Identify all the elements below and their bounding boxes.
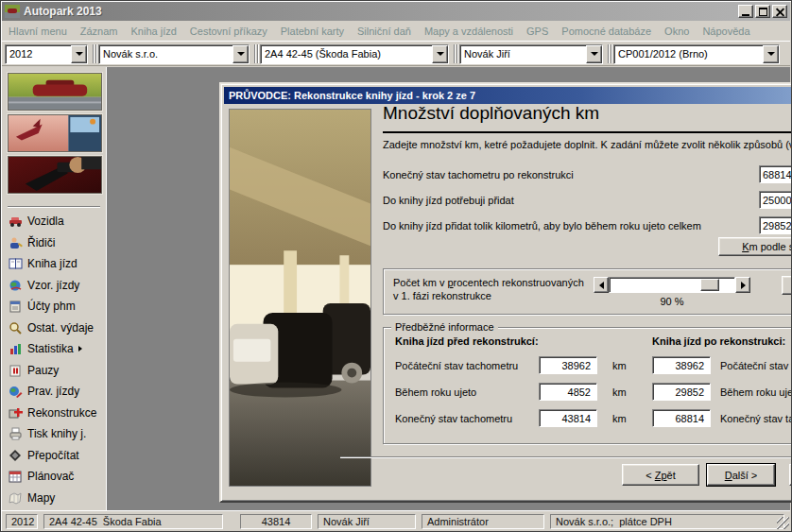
toolbar-separator [93,44,95,63]
after-header: Kniha jízd po rekonstrukci: [652,335,785,347]
km-to-add-input[interactable] [759,191,792,209]
scroll-left-button[interactable] [594,277,609,293]
sidebar-item-label: Kniha jízd [27,257,77,270]
travel-order-combo-value: CP001/2012 (Brno) [614,45,763,63]
vehicle-combo[interactable]: 2A4 42-45 (Škoda Fabia) [260,44,449,64]
app-title: Autopark 2013 [24,5,102,18]
sidebar-item-vzor-jizdy[interactable]: Vzor. jízdy [2,275,105,297]
wizard-title: PRŮVODCE: Rekonstrukce knihy jízd - krok… [229,90,475,101]
driver-icon [9,236,24,249]
year-combo-arrow[interactable] [71,45,87,63]
vehicle-combo-arrow[interactable] [432,45,448,63]
company-combo[interactable]: Novák s.r.o. [98,44,250,64]
percent-value: 90 % [609,296,735,307]
sidebar-item-ucty-phm[interactable]: Účty phm [2,296,105,317]
driver-combo-arrow[interactable] [586,45,602,63]
print-icon [9,427,24,440]
scrollbar-thumb[interactable] [700,279,719,291]
menu-zaznam[interactable]: Záznam [74,26,125,37]
field-label-km-to-add: Do knihy jízd potřebuji přidat [383,195,514,206]
driver-combo-value: Novák Jiří [460,45,586,63]
percent-panel: Počet km v procentech rekonstruovaných v… [383,268,792,315]
total-yearly-km-input[interactable] [759,216,792,234]
sidebar-item-planovac[interactable]: Plánovač [2,466,105,488]
sidebar-item-pauzy[interactable]: Pauzy [2,360,105,382]
menu-bar: Hlavní menu Záznam Kniha jízd Cestovní p… [2,21,790,42]
chevron-down-icon [76,52,83,56]
back-button[interactable]: < Zpět [622,464,699,486]
scroll-right-button[interactable] [735,277,750,293]
details-button[interactable]: Podrobnosti [782,276,792,295]
menu-mapy-a-vzdalenosti[interactable]: Mapy a vzdálenosti [418,26,520,37]
next-button[interactable]: Další > [707,464,775,486]
percent-label: Počet km v procentech rekonstruovaných v… [393,276,584,302]
menu-gps[interactable]: GPS [520,26,555,37]
menu-hlavni-menu[interactable]: Hlavní menu [2,26,74,37]
sidebar: Vozidla Řidiči Kniha jízd Vzor. jízdy Úč… [2,67,109,510]
menu-platebni-karty[interactable]: Platební karty [274,26,351,37]
status-company: Novák s.r.o.; plátce DPH [550,514,784,529]
status-odometer: 43814 [240,514,312,529]
after-start-odometer [652,356,711,374]
scrollbar-track[interactable] [609,277,735,293]
sidebar-item-kniha-jizd[interactable]: Kniha jízd [2,253,105,275]
sidebar-divider [8,206,100,208]
minimize-button[interactable] [738,5,753,18]
year-combo[interactable]: 2012 [5,44,88,64]
percent-scrollbar[interactable] [594,277,750,293]
company-combo-arrow[interactable] [232,45,249,63]
chevron-down-icon [237,52,245,56]
sidebar-photo-fuel [8,156,102,194]
mdi-workspace: PRŮVODCE: Rekonstrukce knihy jízd - krok… [109,67,790,510]
vehicle-combo-value: 2A4 42-45 (Škoda Fabia) [261,45,432,63]
toolbar-separator [611,44,612,63]
km-by-consumption-button[interactable]: Km podle spotřeby [718,237,792,256]
regular-trips-icon [9,385,24,398]
row-label-after: Během roku ujeto [720,386,792,398]
toolbar-separator [454,44,456,63]
sidebar-item-statistika[interactable]: Statistika [2,338,105,360]
sidebar-item-prepocitat[interactable]: Přepočítat [2,445,105,467]
chevron-down-icon [767,52,775,56]
menu-cestovni-prikazy[interactable]: Cestovní příkazy [183,26,274,37]
toolbar-separator [456,44,458,63]
sidebar-item-label: Účty phm [27,300,76,313]
sidebar-item-ostat-vydaje[interactable]: Ostat. výdaje [2,317,105,339]
menu-napoveda[interactable]: Nápověda [696,26,756,37]
menu-okno[interactable]: Okno [658,26,696,37]
sidebar-item-label: Plánovač [27,470,74,483]
button-label: m podle spotřeby [749,241,792,252]
sidebar-item-ridici[interactable]: Řidiči [2,232,105,254]
driver-combo[interactable]: Novák Jiří [459,44,603,64]
wizard-heading: Množství doplňovaných km [383,103,599,124]
sidebar-item-mapy[interactable]: Mapy [2,488,105,509]
close-button[interactable] [772,5,787,18]
toolbar-separator [608,44,610,63]
row-label-after: Počáteční stav tachometru [720,360,792,371]
route-template-icon [9,279,24,292]
sidebar-item-prav-jizdy[interactable]: Prav. jízdy [2,381,105,403]
sidebar-item-vozidla[interactable]: Vozidla [2,211,105,232]
sidebar-item-tisk-knihy[interactable]: Tisk knihy j. [2,423,105,445]
sidebar-item-label: Tisk knihy j. [27,427,86,440]
menu-silnicni-dan[interactable]: Silniční daň [351,26,418,37]
maximize-button[interactable] [755,5,770,18]
sidebar-photo-car [8,73,102,111]
row-label-before: Počáteční stav tachometru [395,360,518,371]
final-odometer-input[interactable] [759,165,792,183]
travel-order-combo[interactable]: CP001/2012 (Brno) [613,44,780,64]
sidebar-item-label: Pauzy [27,364,59,377]
sidebar-item-rekonstrukce[interactable]: Rekonstrukce [2,403,105,424]
wizard-titlebar[interactable]: PRŮVODCE: Rekonstrukce knihy jízd - krok… [224,87,792,104]
resize-grip-icon[interactable] [777,517,789,529]
pauses-icon [9,364,24,377]
sidebar-photo-plane [8,114,102,152]
field-label-final-odometer: Konečný stav tachometru po rekonstrukci [383,169,574,180]
company-combo-value: Novák s.r.o. [99,45,232,63]
travel-order-combo-arrow[interactable] [763,45,779,63]
planner-icon [9,470,24,483]
app-window: Autopark 2013 Hlavní menu Záznam Kniha j… [0,0,792,532]
menu-pomocne-databaze[interactable]: Pomocné databáze [555,26,658,37]
before-final-odometer [539,409,597,427]
menu-kniha-jizd[interactable]: Kniha jízd [125,26,183,37]
